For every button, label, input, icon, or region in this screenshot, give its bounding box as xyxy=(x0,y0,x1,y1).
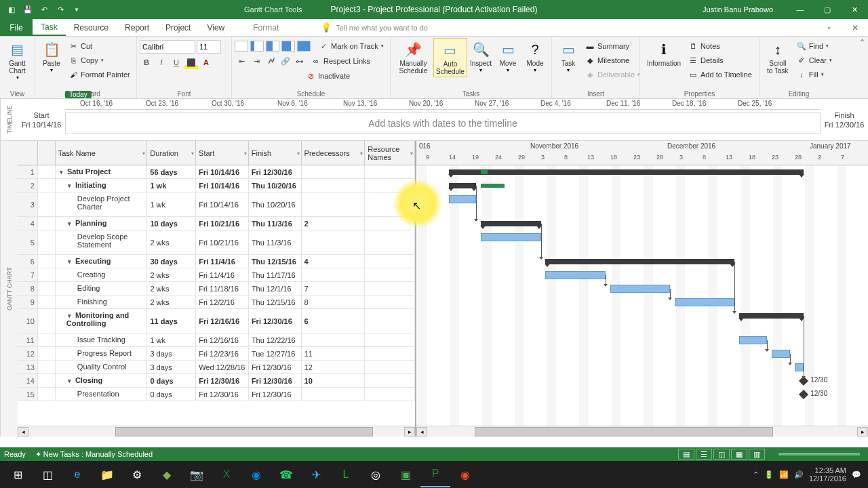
clear-button[interactable]: ✐Clear▾ xyxy=(795,54,834,67)
respect-links-button[interactable]: ∞Respect Links xyxy=(309,54,372,68)
pct-100-button[interactable] xyxy=(297,41,311,52)
outdent-button[interactable]: ⇤ xyxy=(235,54,248,68)
start-button[interactable]: ⊞ xyxy=(3,462,33,487)
close-button[interactable]: ✕ xyxy=(841,0,868,19)
ribbon-restore-icon[interactable]: ▫ xyxy=(816,19,842,36)
col-resource-names[interactable]: Resource Names▾ xyxy=(365,141,415,165)
clock-date[interactable]: 12/17/2016 xyxy=(809,474,846,483)
tab-file[interactable]: File xyxy=(0,19,33,36)
pct-75-button[interactable] xyxy=(281,41,295,52)
notes-button[interactable]: 🗒Notes xyxy=(686,39,754,53)
inspect-button[interactable]: 🔍Inspect▾ xyxy=(467,38,494,75)
table-row[interactable]: 9Finishing2 wksFri 12/2/16Thu 12/15/168 xyxy=(18,296,415,309)
italic-button[interactable]: I xyxy=(155,56,168,69)
line-icon[interactable]: L xyxy=(331,462,361,487)
camtasia-icon[interactable]: ◉ xyxy=(450,462,480,487)
fill-button[interactable]: ↓Fill▾ xyxy=(795,68,834,81)
pct-50-button[interactable] xyxy=(266,41,279,52)
grid-hscroll[interactable]: ◂ ▸ xyxy=(18,426,415,436)
clock-time[interactable]: 12:35 AM xyxy=(815,466,846,474)
tab-task[interactable]: Task xyxy=(33,19,66,36)
task-insert-button[interactable]: ▭Task▾ xyxy=(555,38,582,75)
chrome-icon[interactable]: ◎ xyxy=(361,462,391,487)
tab-resource[interactable]: Resource xyxy=(66,19,117,36)
table-row[interactable]: 13Quality Control3 daysWed 12/28/16Fri 1… xyxy=(18,361,415,374)
minimize-button[interactable]: — xyxy=(787,0,814,19)
manually-schedule-button[interactable]: 📌Manually Schedule xyxy=(393,38,433,76)
col-finish[interactable]: Finish▾ xyxy=(249,141,302,165)
col-task-name[interactable]: Task Name▾ xyxy=(56,141,148,165)
undo-icon[interactable]: ↶ xyxy=(37,2,52,17)
auto-schedule-button[interactable]: ▭Auto Schedule xyxy=(433,38,467,77)
table-row[interactable]: 8Editing2 wksFri 11/18/16Thu 12/1/167 xyxy=(18,282,415,296)
maximize-button[interactable]: ▢ xyxy=(814,0,841,19)
app-icon-1[interactable]: ◆ xyxy=(152,462,182,487)
gantt-chart[interactable]: 016 November 2016 December 2016 January … xyxy=(416,141,868,436)
link-button[interactable]: 🔗 xyxy=(279,55,292,67)
tab-format[interactable]: Format xyxy=(245,19,287,36)
table-row[interactable]: 14▾ Closing0 daysFri 12/30/16Fri 12/30/1… xyxy=(18,374,415,388)
summary-button[interactable]: ▬Summary xyxy=(583,39,642,53)
task-view-button[interactable]: ◫ xyxy=(33,462,62,487)
inactivate-button[interactable]: ⊘Inactivate xyxy=(304,69,352,83)
redo-icon[interactable]: ↷ xyxy=(53,2,68,17)
view-network-icon[interactable]: ◫ xyxy=(713,449,730,460)
view-resource-icon[interactable]: ▥ xyxy=(749,449,765,460)
project-taskbar-icon[interactable]: P xyxy=(420,462,450,487)
tray-up-icon[interactable]: ⌃ xyxy=(753,470,759,479)
move-button[interactable]: ▭Move▾ xyxy=(494,38,521,75)
underline-button[interactable]: U xyxy=(170,56,183,69)
table-row[interactable]: 12Progress Report3 daysFri 12/23/16Tue 1… xyxy=(18,347,415,361)
view-calendar-icon[interactable]: ▦ xyxy=(731,449,747,460)
information-button[interactable]: ℹInformation xyxy=(643,38,685,68)
details-button[interactable]: ☰Details xyxy=(686,54,754,67)
view-gantt-icon[interactable]: ▤ xyxy=(678,449,694,460)
tell-me-search[interactable]: 💡 Tell me what you want to do xyxy=(321,19,428,36)
milestone-button[interactable]: ◆Milestone xyxy=(583,54,642,67)
settings-icon[interactable]: ⚙ xyxy=(122,462,152,487)
indent-button[interactable]: ⇥ xyxy=(250,54,263,68)
gantt-chart-button[interactable]: ▤Gantt Chart▾ xyxy=(3,38,32,82)
find-button[interactable]: 🔍Find▾ xyxy=(795,39,834,53)
add-to-timeline-button[interactable]: ▭Add to Timeline xyxy=(686,68,754,81)
cut-button[interactable]: ✂Cut xyxy=(66,39,132,53)
telegram-icon[interactable]: ✈ xyxy=(301,462,331,487)
qat-customize-icon[interactable]: ▼ xyxy=(69,2,84,17)
table-row[interactable]: 6▾ Executing30 daysFri 11/4/16Thu 12/15/… xyxy=(18,255,415,268)
mode-button[interactable]: ?Mode▾ xyxy=(521,38,549,75)
table-row[interactable]: 2▾ Initiating1 wkFri 10/14/16Thu 10/20/1… xyxy=(18,179,415,192)
explorer-icon[interactable]: 📁 xyxy=(92,462,122,487)
fill-color-button[interactable]: ⬛ xyxy=(184,56,198,69)
table-row[interactable]: 1▾ Satu Project56 daysFri 10/14/16Fri 12… xyxy=(18,165,415,179)
whatsapp-icon[interactable]: ☎ xyxy=(271,462,301,487)
scroll-to-task-button[interactable]: ↕Scroll to Task xyxy=(762,38,793,76)
font-size-select[interactable]: 11 xyxy=(197,40,221,54)
excel-icon[interactable]: X xyxy=(212,462,241,487)
copy-button[interactable]: ⎘Copy▾ xyxy=(66,54,132,67)
timeline-body[interactable]: Add tasks with dates to the timeline xyxy=(65,113,821,134)
tray-wifi-icon[interactable]: 📶 xyxy=(779,470,789,479)
ribbon-close-icon[interactable]: ✕ xyxy=(842,19,868,36)
table-row[interactable]: 3Develop Project Charter1 wkFri 10/14/16… xyxy=(18,192,415,217)
unlink-button[interactable]: ⧟ xyxy=(293,55,305,67)
pct-0-button[interactable] xyxy=(235,41,248,52)
paste-button[interactable]: 📋Paste▾ xyxy=(38,38,65,75)
gantt-hscroll[interactable]: ◂ ▸ xyxy=(416,426,868,436)
view-usage-icon[interactable]: ☰ xyxy=(696,449,712,460)
table-row[interactable]: 7Creating2 wksFri 11/4/16Thu 11/17/16 xyxy=(18,268,415,282)
table-row[interactable]: 15Presentation0 daysFri 12/30/16Fri 12/3… xyxy=(18,388,415,401)
app-icon-4[interactable]: ▣ xyxy=(391,462,420,487)
col-predecessors[interactable]: Predecessors▾ xyxy=(302,141,366,165)
app-icon-2[interactable]: 📷 xyxy=(182,462,212,487)
col-duration[interactable]: Duration▾ xyxy=(147,141,196,165)
table-row[interactable]: 10▾ Monitoring and Controlling11 daysFri… xyxy=(18,309,415,333)
table-row[interactable]: 5Develop Scope Statement2 wksFri 10/21/1… xyxy=(18,230,415,255)
tab-project[interactable]: Project xyxy=(157,19,199,36)
font-color-button[interactable]: A xyxy=(199,56,213,69)
edge-icon[interactable]: e xyxy=(62,462,92,487)
pct-25-button[interactable] xyxy=(250,41,264,52)
bold-button[interactable]: B xyxy=(140,56,153,69)
collapse-ribbon-icon[interactable]: ⌃ xyxy=(859,38,865,47)
mark-on-track-button[interactable]: ✓Mark on Track▾ xyxy=(317,39,386,53)
update-icon[interactable]: 🗲 xyxy=(264,54,278,68)
